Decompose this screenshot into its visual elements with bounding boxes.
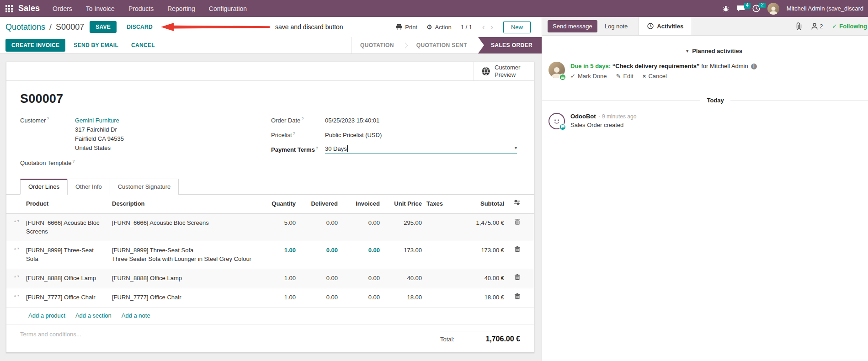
cell-product[interactable]: [FURN_7777] Office Chair <box>24 288 110 307</box>
menu-configuration[interactable]: Configuration <box>209 5 247 12</box>
send-by-email-button[interactable]: SEND BY EMAIL <box>69 39 123 52</box>
pager-next-icon[interactable]: › <box>490 23 494 31</box>
menu-products[interactable]: Products <box>128 5 154 12</box>
tab-customer-signature[interactable]: Customer Signature <box>110 179 179 195</box>
drag-handle-icon[interactable]: ▲▼ <box>12 241 24 255</box>
menu-to-invoice[interactable]: To Invoice <box>86 5 115 12</box>
activities-button[interactable]: Activities <box>639 17 692 35</box>
discard-button[interactable]: DISCARD <box>124 23 155 31</box>
cell-delivered[interactable]: 0.00 <box>298 288 340 307</box>
add-a-note-link[interactable]: Add a note <box>122 312 150 319</box>
menu-reporting[interactable]: Reporting <box>167 5 195 12</box>
cell-unit-price[interactable]: 18.00 <box>382 288 424 307</box>
check-icon: ✓ <box>832 23 837 30</box>
activity-type-icon <box>559 74 566 81</box>
tab-order-lines[interactable]: Order Lines <box>20 179 68 195</box>
cell-product[interactable]: [FURN_8888] Office Lamp <box>24 269 110 288</box>
cell-delivered[interactable]: 0.00 <box>298 241 340 260</box>
cell-invoiced[interactable]: 0.00 <box>340 214 382 233</box>
annotation-arrow-icon <box>160 22 271 32</box>
new-button[interactable]: New <box>503 21 531 33</box>
col-quantity: Quantity <box>256 195 298 213</box>
delete-row-icon[interactable] <box>506 288 520 304</box>
top-navbar: Sales Orders To Invoice Products Reporti… <box>0 0 868 17</box>
drag-handle-icon[interactable]: ▲▼ <box>12 288 24 302</box>
table-row: ▲▼ [FURN_7777] Office Chair [FURN_7777] … <box>6 288 534 308</box>
action-button[interactable]: ⚙ Action <box>426 23 452 31</box>
cell-unit-price[interactable]: 295.00 <box>382 214 424 233</box>
cell-invoiced[interactable]: 0.00 <box>340 288 382 307</box>
table-row: ▲▼ [FURN_8999] Three-Seat Sofa [FURN_899… <box>6 241 534 269</box>
clock-icon <box>647 23 654 29</box>
drag-handle-icon[interactable]: ▲▼ <box>12 269 24 283</box>
save-button[interactable]: SAVE <box>90 21 117 33</box>
tab-other-info[interactable]: Other Info <box>67 179 110 195</box>
cancel-button[interactable]: CANCEL <box>127 39 160 52</box>
log-note-button[interactable]: Log note <box>599 20 634 32</box>
delete-row-icon[interactable] <box>506 214 520 230</box>
payment-terms-input[interactable]: 30 Days ▾ <box>325 145 517 154</box>
following-button[interactable]: ✓ Following <box>832 23 867 30</box>
terms-and-conditions-input[interactable]: Terms and conditions... <box>20 331 81 343</box>
breadcrumb-quotations-link[interactable]: Quotations <box>5 22 45 32</box>
left-fields: Customer? Gemini Furniture 317 Fairchild… <box>20 116 271 166</box>
cell-quantity[interactable]: 1.00 <box>256 269 298 288</box>
messages-icon[interactable]: 4 <box>737 5 745 12</box>
cell-taxes[interactable] <box>424 269 453 279</box>
debug-bug-icon[interactable] <box>722 5 730 12</box>
cell-description[interactable]: [FURN_8999] Three-Seat SofaThree Seater … <box>110 241 256 269</box>
cell-invoiced[interactable]: 0.00 <box>340 241 382 260</box>
app-title[interactable]: Sales <box>18 4 40 13</box>
mark-done-button[interactable]: ✓Mark Done <box>570 73 607 80</box>
cell-taxes[interactable] <box>424 288 453 298</box>
state-quotation[interactable]: QUOTATION <box>352 37 402 53</box>
user-name[interactable]: Mitchell Admin (save_discard <box>787 5 863 12</box>
cell-invoiced[interactable]: 0.00 <box>340 269 382 288</box>
send-message-button[interactable]: Send message <box>548 20 597 32</box>
planned-activities-toggle[interactable]: ▼ Planned activities <box>685 48 742 54</box>
optional-columns-icon[interactable] <box>506 195 520 210</box>
cell-unit-price[interactable]: 173.00 <box>382 241 424 260</box>
followers-button[interactable]: 2 <box>811 23 823 30</box>
cell-taxes[interactable] <box>424 214 453 224</box>
edit-activity-button[interactable]: ✎Edit <box>616 73 633 80</box>
total-value: 1,706.00 € <box>485 335 520 343</box>
message-author[interactable]: OdooBot <box>570 113 596 120</box>
pager-prev-icon[interactable]: ‹ <box>481 23 486 31</box>
menu-orders[interactable]: Orders <box>53 5 72 12</box>
print-button[interactable]: Print <box>396 24 417 31</box>
chevron-down-icon[interactable]: ▾ <box>515 145 517 150</box>
cell-description[interactable]: [FURN_6666] Acoustic Bloc Screens <box>110 214 256 233</box>
delete-row-icon[interactable] <box>506 269 520 285</box>
pricelist-value[interactable]: Public Pricelist (USD) <box>325 131 382 140</box>
apps-grid-icon[interactable] <box>5 5 13 12</box>
sheet-header: Customer Preview <box>6 62 534 81</box>
customer-address-line1: 317 Fairchild Dr <box>75 125 124 134</box>
cancel-activity-button[interactable]: ×Cancel <box>643 73 667 80</box>
drag-handle-icon[interactable]: ▲▼ <box>12 214 24 228</box>
attachments-button[interactable] <box>795 22 802 30</box>
delete-row-icon[interactable] <box>506 241 520 257</box>
state-sales-order[interactable]: SALES ORDER <box>478 37 542 53</box>
customer-preview-button[interactable]: Customer Preview <box>474 62 534 80</box>
cell-quantity[interactable]: 5.00 <box>256 214 298 233</box>
cell-quantity[interactable]: 1.00 <box>256 288 298 307</box>
cell-product[interactable]: [FURN_6666] Acoustic Bloc Screens <box>24 214 110 241</box>
cell-delivered[interactable]: 0.00 <box>298 214 340 233</box>
cell-product[interactable]: [FURN_8999] Three-Seat Sofa <box>24 241 110 269</box>
add-a-product-link[interactable]: Add a product <box>28 312 65 319</box>
state-quotation-sent[interactable]: QUOTATION SENT <box>408 37 475 53</box>
cell-description[interactable]: [FURN_7777] Office Chair <box>110 288 256 307</box>
customer-link[interactable]: Gemini Furniture <box>75 117 119 124</box>
user-avatar[interactable] <box>767 3 779 15</box>
order-date-value[interactable]: 05/25/2023 15:40:01 <box>325 116 379 125</box>
cell-delivered[interactable]: 0.00 <box>298 269 340 288</box>
cell-description[interactable]: [FURN_8888] Office Lamp <box>110 269 256 288</box>
create-invoice-button[interactable]: CREATE INVOICE <box>5 39 65 52</box>
cell-quantity[interactable]: 1.00 <box>256 241 298 260</box>
cell-taxes[interactable] <box>424 241 453 251</box>
cell-unit-price[interactable]: 40.00 <box>382 269 424 288</box>
message-timestamp: - 9 minutes ago <box>599 113 637 120</box>
activities-clock-icon[interactable]: 2 <box>752 5 760 12</box>
add-a-section-link[interactable]: Add a section <box>75 312 112 319</box>
